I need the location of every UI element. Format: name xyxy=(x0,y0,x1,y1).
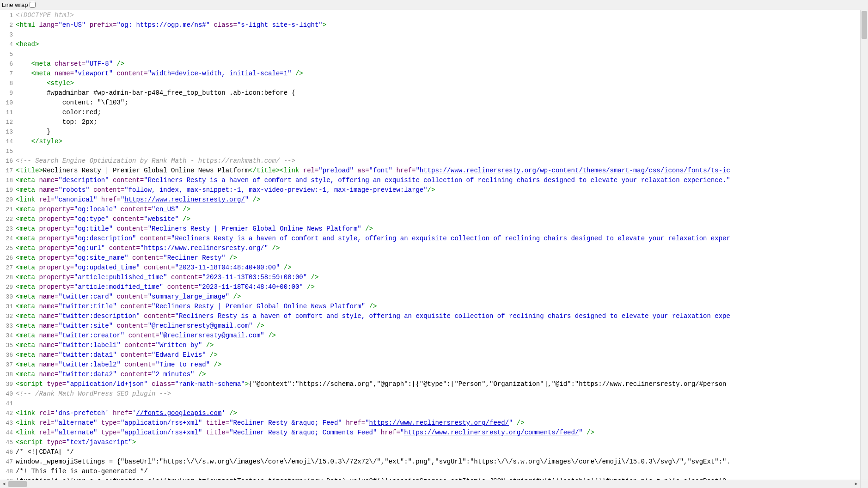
code-line[interactable] xyxy=(16,49,868,59)
line-number: 23 xyxy=(0,224,13,234)
code-line[interactable]: <meta name="twitter:creator" content="@r… xyxy=(16,331,868,341)
code-line[interactable]: <meta name="twitter:data2" content="2 mi… xyxy=(16,370,868,379)
code-line[interactable]: <meta name="robots" content="follow, ind… xyxy=(16,185,868,195)
line-number: 3 xyxy=(0,30,13,40)
code-line[interactable]: <meta name="viewport" content="width=dev… xyxy=(16,69,868,79)
line-number: 15 xyxy=(0,146,13,156)
line-number: 8 xyxy=(0,79,13,88)
line-number: 39 xyxy=(0,379,13,389)
code-line[interactable]: <meta property="article:published_time" … xyxy=(16,273,868,282)
code-line[interactable]: <script type="text/javascript"> xyxy=(16,438,868,447)
code-line[interactable]: </style> xyxy=(16,137,868,146)
code-line[interactable] xyxy=(16,146,868,156)
code-line[interactable]: <link rel="canonical" href="https://www.… xyxy=(16,195,868,205)
scrollbar-corner xyxy=(860,480,868,488)
code-line[interactable]: window._wpemojiSettings = {"baseUrl":"ht… xyxy=(16,457,868,467)
line-number: 14 xyxy=(0,137,13,146)
code-line[interactable]: <meta property="og:type" content="websit… xyxy=(16,214,868,224)
code-line[interactable]: <link rel='dns-prefetch' href='//fonts.g… xyxy=(16,409,868,418)
line-number: 19 xyxy=(0,185,13,195)
code-line[interactable]: <link rel="alternate" type="application/… xyxy=(16,418,868,428)
code-line[interactable]: <!DOCTYPE html> xyxy=(16,11,868,20)
code-line[interactable]: <meta charset="UTF-8" /> xyxy=(16,59,868,69)
line-number: 2 xyxy=(0,20,13,30)
vertical-scrollbar-thumb[interactable] xyxy=(862,11,867,39)
code-line[interactable]: <meta property="article:modified_time" c… xyxy=(16,282,868,292)
line-number: 24 xyxy=(0,234,13,244)
line-number: 49 xyxy=(0,476,13,480)
code-line[interactable]: content: "\f103"; xyxy=(16,98,868,108)
code-editor[interactable]: 1234567891011121314151617181920212223242… xyxy=(0,10,868,480)
line-number: 43 xyxy=(0,418,13,428)
line-number: 22 xyxy=(0,214,13,224)
line-number: 10 xyxy=(0,98,13,108)
horizontal-scrollbar-thumb[interactable] xyxy=(8,481,27,487)
line-number: 36 xyxy=(0,350,13,360)
line-number: 31 xyxy=(0,302,13,311)
code-line[interactable] xyxy=(16,399,868,409)
code-line[interactable]: <meta name="twitter:description" content… xyxy=(16,311,868,321)
line-number: 7 xyxy=(0,69,13,79)
line-wrap-checkbox[interactable] xyxy=(30,2,36,8)
line-number: 40 xyxy=(0,389,13,399)
code-line[interactable]: <meta property="og:title" content="Recli… xyxy=(16,224,868,234)
line-number: 37 xyxy=(0,360,13,370)
code-line[interactable]: <meta name="twitter:card" content="summa… xyxy=(16,292,868,302)
code-line[interactable]: <!-- Search Engine Optimization by Rank … xyxy=(16,156,868,166)
code-line[interactable]: <meta property="og:locale" content="en_U… xyxy=(16,205,868,214)
code-line[interactable]: <meta property="og:updated_time" content… xyxy=(16,263,868,273)
code-line[interactable]: <meta property="og:url" content="https:/… xyxy=(16,244,868,253)
code-line[interactable]: !function(i,n){var o,s,e;function c(e){t… xyxy=(16,476,868,480)
code-line[interactable] xyxy=(16,30,868,40)
line-number: 12 xyxy=(0,117,13,127)
horizontal-scrollbar[interactable]: ◄ ► xyxy=(0,480,860,488)
code-line[interactable]: <!-- /Rank Math WordPress SEO plugin --> xyxy=(16,389,868,399)
line-number: 47 xyxy=(0,457,13,467)
line-number-gutter: 1234567891011121314151617181920212223242… xyxy=(0,10,16,480)
line-number: 34 xyxy=(0,331,13,341)
code-line[interactable]: <title>Recliners Resty | Premier Global … xyxy=(16,166,868,176)
code-line[interactable]: <meta name="twitter:title" content="Recl… xyxy=(16,302,868,311)
scroll-right-icon[interactable]: ► xyxy=(852,480,860,488)
line-number: 28 xyxy=(0,273,13,282)
code-area[interactable]: <!DOCTYPE html><html lang="en-US" prefix… xyxy=(16,10,868,480)
scroll-left-icon[interactable]: ◄ xyxy=(0,480,8,488)
code-line[interactable]: } xyxy=(16,127,868,137)
line-wrap-label: Line wrap xyxy=(2,1,28,8)
line-number: 13 xyxy=(0,127,13,137)
code-line[interactable]: <html lang="en-US" prefix="og: https://o… xyxy=(16,20,868,30)
code-line[interactable]: <meta name="twitter:label1" content="Wri… xyxy=(16,341,868,350)
code-line[interactable]: <script type="application/ld+json" class… xyxy=(16,379,868,389)
code-line[interactable]: <meta name="description" content="Reclin… xyxy=(16,176,868,185)
code-line[interactable]: <meta property="og:site_name" content="R… xyxy=(16,253,868,263)
line-number: 29 xyxy=(0,282,13,292)
code-line[interactable]: #wpadminbar #wp-admin-bar-p404_free_top_… xyxy=(16,88,868,98)
vertical-scrollbar[interactable] xyxy=(860,10,868,480)
line-number: 44 xyxy=(0,428,13,438)
line-number: 20 xyxy=(0,195,13,205)
line-number: 45 xyxy=(0,438,13,447)
code-line[interactable]: <meta name="twitter:data1" content="Edwa… xyxy=(16,350,868,360)
code-line[interactable]: /* <![CDATA[ */ xyxy=(16,447,868,457)
line-number: 6 xyxy=(0,59,13,69)
code-line[interactable]: color:red; xyxy=(16,108,868,117)
code-line[interactable]: <meta property="og:description" content=… xyxy=(16,234,868,244)
line-number: 21 xyxy=(0,205,13,214)
line-number: 11 xyxy=(0,108,13,117)
line-number: 5 xyxy=(0,49,13,59)
line-number: 17 xyxy=(0,166,13,176)
code-line[interactable]: <link rel="alternate" type="application/… xyxy=(16,428,868,438)
line-number: 1 xyxy=(0,11,13,20)
code-line[interactable]: <head> xyxy=(16,40,868,49)
code-line[interactable]: <meta name="twitter:label2" content="Tim… xyxy=(16,360,868,370)
code-line[interactable]: top: 2px; xyxy=(16,117,868,127)
line-number: 35 xyxy=(0,341,13,350)
line-number: 26 xyxy=(0,253,13,263)
line-number: 9 xyxy=(0,88,13,98)
code-line[interactable]: <meta name="twitter:site" content="@recl… xyxy=(16,321,868,331)
code-line[interactable]: /*! This file is auto-generated */ xyxy=(16,467,868,476)
code-line[interactable]: <style> xyxy=(16,79,868,88)
line-number: 30 xyxy=(0,292,13,302)
line-number: 42 xyxy=(0,409,13,418)
line-number: 38 xyxy=(0,370,13,379)
